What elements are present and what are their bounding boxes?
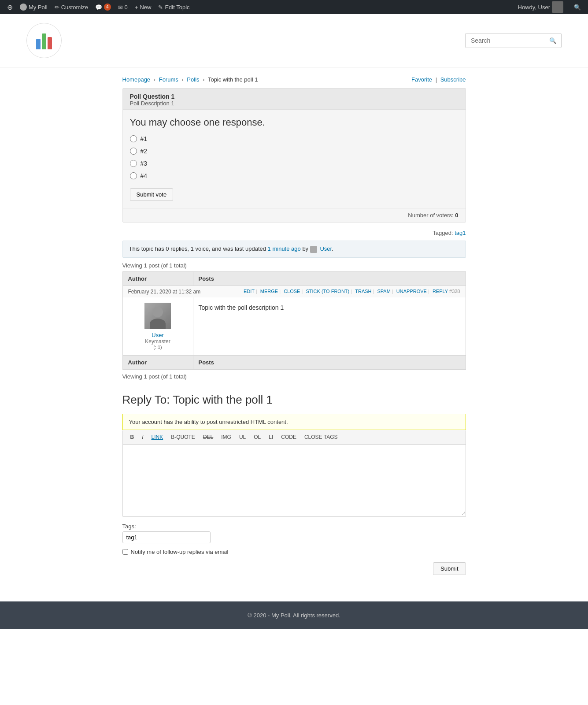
breadcrumb-actions: Favorite | Subscribe: [411, 76, 466, 83]
poll-option-4: #4: [130, 172, 459, 179]
trash-post-link[interactable]: TRASH: [355, 289, 371, 294]
spam-post-link[interactable]: SPAM: [377, 289, 390, 294]
close-post-link[interactable]: CLOSE: [284, 289, 300, 294]
breadcrumb-polls[interactable]: Polls: [187, 76, 199, 83]
reply-title: Reply To: Topic with the poll 1: [122, 393, 466, 407]
wp-logo-link[interactable]: ⊕: [4, 0, 16, 14]
breadcrumb: Homepage › Forums › Polls › Topic with t…: [122, 76, 466, 83]
reply-textarea[interactable]: [123, 445, 466, 515]
reply-post-link[interactable]: REPLY: [433, 289, 448, 294]
toolbar-code[interactable]: CODE: [278, 433, 300, 442]
search-form[interactable]: 🔍: [465, 33, 562, 48]
breadcrumb-forums[interactable]: Forums: [159, 76, 178, 83]
tagged-line: Tagged: tag1: [122, 230, 466, 236]
submit-vote-button[interactable]: Submit vote: [130, 188, 174, 201]
tagged-label: Tagged:: [433, 230, 453, 236]
poll-question: You may choose one response.: [130, 117, 459, 128]
site-name-link[interactable]: My Poll: [16, 0, 51, 14]
toolbar-del[interactable]: DEL: [200, 433, 216, 442]
page-wrap: 🔍 Homepage › Forums › Polls › Topic with…: [0, 14, 588, 705]
editor-box: B I LINK B-QUOTE DEL IMG UL OL LI CODE C…: [122, 430, 466, 517]
comments-count: 4: [104, 4, 111, 11]
poll-body: You may choose one response. #1 #2 #3 #4: [123, 110, 466, 208]
poll-option-label-3[interactable]: #3: [141, 160, 148, 167]
tag-link[interactable]: tag1: [455, 230, 466, 236]
search-icon: 🔍: [549, 37, 557, 44]
tags-field: Tags:: [122, 523, 466, 543]
poll-footer: Number of voters: 0: [123, 208, 466, 222]
posts-table-footer-row: Author Posts: [122, 355, 466, 369]
topic-time-link[interactable]: 1 minute ago: [268, 245, 301, 252]
tags-label: Tags:: [122, 523, 466, 530]
search-admin-icon: 🔍: [574, 4, 581, 11]
voters-count: 0: [455, 212, 458, 219]
logo-bar-blue: [36, 39, 41, 49]
notify-label[interactable]: Notify me of follow-up replies via email: [131, 549, 229, 555]
edit-icon: ✎: [158, 4, 163, 11]
breadcrumb-current: Topic with the poll 1: [208, 76, 258, 83]
logo-bars: [36, 32, 52, 49]
main-content: Homepage › Forums › Polls › Topic with t…: [96, 67, 492, 584]
howdy-label: Howdy, User: [518, 4, 550, 11]
submit-reply-button[interactable]: Submit: [433, 562, 466, 575]
breadcrumb-path: Homepage › Forums › Polls › Topic with t…: [122, 76, 258, 83]
breadcrumb-sep-2: ›: [181, 76, 183, 83]
search-button[interactable]: 🔍: [545, 34, 561, 48]
toolbar-bold[interactable]: B: [127, 433, 137, 442]
stick-post-link[interactable]: STICK (TO FRONT): [306, 289, 349, 294]
toolbar-ol[interactable]: OL: [251, 433, 264, 442]
edit-post-link[interactable]: EDIT: [244, 289, 255, 294]
editor-toolbar: B I LINK B-QUOTE DEL IMG UL OL LI CODE C…: [123, 430, 466, 445]
viewing-bottom: Viewing 1 post (of 1 total): [122, 373, 466, 380]
search-input[interactable]: [466, 33, 545, 48]
subscribe-link[interactable]: Subscribe: [440, 76, 466, 83]
feedback-link[interactable]: ✉ 0: [115, 0, 131, 14]
merge-post-link[interactable]: MERGE: [260, 289, 278, 294]
post-meta-row: February 21, 2020 at 11:32 am EDIT | MER…: [122, 286, 466, 297]
favorite-link[interactable]: Favorite: [411, 76, 432, 83]
toolbar-link[interactable]: LINK: [148, 433, 166, 442]
notify-checkbox[interactable]: [122, 549, 128, 555]
comments-link[interactable]: 💬 4: [92, 0, 115, 14]
user-avatar: [552, 1, 563, 13]
site-logo[interactable]: [26, 23, 62, 58]
unapprove-post-link[interactable]: UNAPPROVE: [396, 289, 427, 294]
toolbar-italic[interactable]: I: [139, 433, 146, 442]
poll-description: Poll Description 1: [130, 100, 459, 107]
poll-box: Poll Question 1 Poll Description 1 You m…: [122, 88, 466, 223]
customize-link[interactable]: ✏ Customize: [51, 0, 92, 14]
feedback-icon: ✉: [118, 4, 123, 11]
poll-title: Poll Question 1: [130, 93, 459, 100]
breadcrumb-homepage[interactable]: Homepage: [122, 76, 151, 83]
search-admin-link[interactable]: 🔍: [570, 0, 584, 14]
new-link[interactable]: + New: [131, 0, 155, 14]
toolbar-img[interactable]: IMG: [218, 433, 234, 442]
tags-input[interactable]: [122, 531, 211, 543]
edit-topic-link[interactable]: ✎ Edit Topic: [155, 0, 193, 14]
toolbar-bquote[interactable]: B-QUOTE: [168, 433, 198, 442]
toolbar-li[interactable]: LI: [266, 433, 276, 442]
post-content-row: User Keymaster (::1) Topic with the poll…: [122, 297, 466, 356]
post-actions: EDIT | MERGE | CLOSE | STICK (TO FRONT) …: [242, 289, 460, 294]
poll-option-label-4[interactable]: #4: [141, 172, 148, 179]
customize-icon: ✏: [55, 4, 59, 11]
howdy-link[interactable]: Howdy, User: [514, 0, 567, 14]
post-content-cell: Topic with the poll description 1: [193, 297, 466, 356]
poll-option-label-1[interactable]: #1: [141, 135, 148, 142]
poll-radio-3[interactable]: [130, 160, 137, 167]
toolbar-closetags[interactable]: CLOSE TAGS: [301, 433, 341, 442]
html-notice: Your account has the ability to post unr…: [122, 414, 466, 430]
notify-checkbox-row: Notify me of follow-up replies via email: [122, 549, 466, 555]
topic-user-link[interactable]: User: [320, 245, 332, 252]
poll-radio-2[interactable]: [130, 148, 137, 155]
comments-icon: 💬: [95, 4, 102, 11]
author-name[interactable]: User: [128, 332, 188, 338]
admin-bar-items: ⊕ My Poll ✏ Customize 💬 4 ✉ 0 + New ✎ Ed…: [4, 0, 514, 14]
poll-radio-1[interactable]: [130, 135, 137, 142]
poll-option-label-2[interactable]: #2: [141, 148, 148, 155]
posts-column-footer: Posts: [193, 355, 466, 369]
toolbar-ul[interactable]: UL: [236, 433, 249, 442]
admin-bar: ⊕ My Poll ✏ Customize 💬 4 ✉ 0 + New ✎ Ed…: [0, 0, 588, 14]
poll-radio-4[interactable]: [130, 172, 137, 179]
reply-section: Reply To: Topic with the poll 1 Your acc…: [122, 393, 466, 575]
